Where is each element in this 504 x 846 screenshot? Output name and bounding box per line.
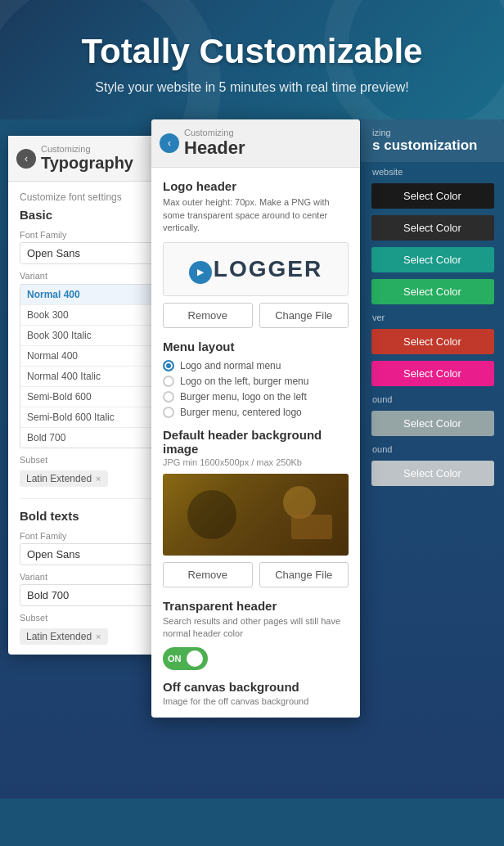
select-color-button-4[interactable]: Select Color [371, 279, 494, 304]
header-panel-title: Header [184, 137, 349, 159]
colors-customizing-label: izing [372, 128, 493, 137]
font-family-input[interactable]: Open Sans [20, 242, 156, 264]
header-panel-body: Logo header Max outer height: 70px. Make… [151, 168, 360, 717]
typography-basic-heading: Basic [20, 208, 156, 222]
toggle-on-label: ON [168, 654, 182, 664]
variant-item-book300italic[interactable]: Book 300 Italic [20, 326, 155, 346]
variant-item-book300[interactable]: Book 300 [20, 305, 155, 326]
bold-font-family-input[interactable]: Open Sans [20, 543, 156, 565]
colors-panel: izing s customization website Select Col… [361, 119, 504, 488]
font-family-label: Font Family [20, 230, 156, 240]
subset-tag-container: Latin Extended × [20, 467, 156, 487]
bg-remove-button[interactable]: Remove [163, 562, 253, 587]
menu-option-2[interactable]: Logo on the left, burger menu [163, 376, 349, 387]
off-canvas-desc: Image for the off canvas background [163, 696, 349, 706]
play-icon [189, 261, 212, 284]
bold-subset-tag[interactable]: Latin Extended × [20, 628, 108, 645]
transparent-header-title: Transparent header [163, 599, 349, 613]
menu-option-2-label: Logo on the left, burger menu [180, 376, 308, 387]
menu-option-3[interactable]: Burger menu, logo on the left [163, 391, 349, 403]
food-decoration-1 [187, 490, 236, 539]
color-buttons-container: Select Color Select Color Select Color S… [361, 182, 504, 488]
transparent-header-desc: Search results and other pages will stil… [163, 615, 349, 641]
select-color-button-6[interactable]: Select Color [371, 361, 494, 386]
variant-item-normal400italic[interactable]: Normal 400 Italic [20, 367, 155, 387]
bold-subset-tag-remove[interactable]: × [96, 632, 101, 641]
bg-image-desc: JPG min 1600x500px / max 250Kb [163, 457, 349, 467]
colors-title: s customization [372, 137, 493, 154]
colors-panel-header: izing s customization [361, 119, 504, 162]
subset-tag[interactable]: Latin Extended × [20, 470, 108, 487]
toggle-knob [187, 650, 203, 667]
menu-layout-title: Menu layout [163, 340, 349, 353]
variant-list: Normal 400 Book 300 Book 300 Italic Norm… [20, 284, 156, 448]
food-decoration-2 [283, 486, 316, 519]
radio-logo-burger-menu[interactable] [163, 376, 174, 387]
logo-change-file-button[interactable]: Change File [259, 303, 349, 328]
bold-subset-tag-value: Latin Extended [26, 631, 92, 642]
bold-subset-label: Subset [20, 613, 156, 623]
variant-item-semibold600italic[interactable]: Semi-Bold 600 Italic [20, 407, 155, 428]
logo-remove-button[interactable]: Remove [163, 303, 253, 328]
header-back-button[interactable]: ‹ [160, 133, 179, 153]
header-customizing-label: Customizing [184, 128, 349, 137]
menu-option-4[interactable]: Burger menu, centered logo [163, 407, 349, 418]
bold-font-family-label: Font Family [20, 531, 156, 541]
logo-desc: Max outer height: 70px. Make a PNG with … [163, 196, 349, 234]
variant-label: Variant [20, 271, 156, 281]
bold-variant-label: Variant [20, 572, 156, 582]
logo-display: LOGGER [163, 242, 349, 296]
variant-item-normal400[interactable]: Normal 400 [20, 346, 155, 367]
typography-back-button[interactable]: ‹ [16, 149, 36, 169]
ver-label: ver [367, 309, 497, 324]
subset-tag-remove[interactable]: × [96, 474, 101, 484]
header-panel-top: ‹ Customizing Header [151, 119, 360, 168]
ound-label: ound [367, 391, 497, 406]
select-color-button-7[interactable]: Select Color [371, 411, 494, 436]
ound2-label: ound [367, 441, 497, 456]
website-label: website [361, 162, 504, 182]
hero-subtitle: Style your website in 5 minutes with rea… [25, 80, 479, 95]
bold-subset-tag-container: Latin Extended × [20, 625, 156, 645]
subset-tag-value: Latin Extended [26, 473, 92, 484]
typography-panel-title: Typography [41, 154, 156, 173]
hero-title: Totally Customizable [25, 33, 479, 70]
hero-section: Totally Customizable Style your website … [0, 0, 504, 119]
select-color-button-8[interactable]: Select Color [371, 461, 494, 486]
typography-section-label: Customize font settings [20, 191, 156, 203]
header-panel: ‹ Customizing Header Logo header Max out… [151, 119, 360, 717]
bg-image-title: Default header background image [163, 428, 349, 456]
typography-customizing-label: Customizing [41, 144, 156, 154]
off-canvas-title: Off canvas background [163, 680, 349, 694]
typography-panel-header: ‹ Customizing Typography [8, 136, 168, 182]
panels-area: ‹ Customizing Typography Customize font … [0, 119, 504, 799]
variant-item-normal400-selected[interactable]: Normal 400 [20, 285, 155, 305]
typography-panel-body: Customize font settings Basic Font Famil… [8, 182, 168, 655]
transparent-header-toggle-row: ON [163, 647, 349, 670]
menu-option-1-label: Logo and normal menu [180, 360, 281, 371]
radio-logo-normal-menu[interactable] [163, 360, 174, 371]
bold-variant-input[interactable]: Bold 700 [20, 584, 156, 606]
menu-option-1[interactable]: Logo and normal menu [163, 360, 349, 371]
logo-text: LOGGER [214, 256, 322, 281]
subset-label: Subset [20, 455, 156, 465]
radio-burger-centered[interactable] [163, 407, 174, 418]
variant-item-semibold600[interactable]: Semi-Bold 600 [20, 387, 155, 407]
typography-panel: ‹ Customizing Typography Customize font … [8, 136, 168, 655]
select-color-button-1[interactable]: Select Color [371, 183, 494, 209]
menu-option-4-label: Burger menu, centered logo [180, 407, 302, 418]
logo-section-title: Logo header [163, 179, 349, 193]
transparent-header-toggle[interactable]: ON [163, 647, 208, 670]
select-color-button-5[interactable]: Select Color [371, 329, 494, 354]
food-decoration-3 [291, 515, 332, 539]
select-color-button-2[interactable]: Select Color [371, 215, 494, 241]
variant-item-bold700[interactable]: Bold 700 [20, 428, 155, 448]
radio-burger-logo-left[interactable] [163, 391, 174, 403]
select-color-button-3[interactable]: Select Color [371, 247, 494, 272]
bold-texts-heading: Bold texts [20, 509, 156, 523]
bg-image-preview [163, 474, 349, 556]
menu-option-3-label: Burger menu, logo on the left [180, 391, 307, 403]
bg-change-file-button[interactable]: Change File [259, 562, 349, 587]
bg-buttons: Remove Change File [163, 562, 349, 587]
bold-texts-section: Bold texts Font Family Open Sans Variant… [20, 498, 156, 645]
